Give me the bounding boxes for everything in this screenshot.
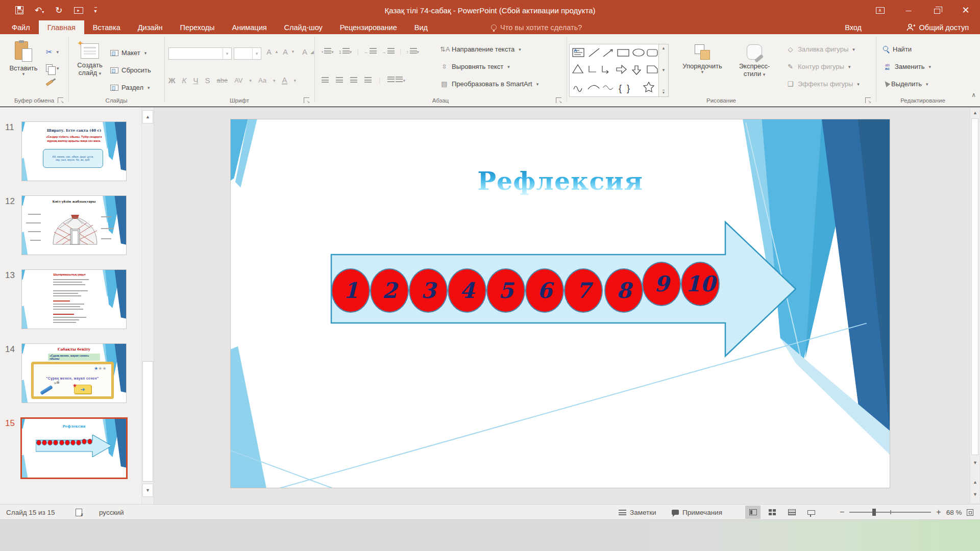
grow-font-button[interactable]: А▲ <box>266 47 279 56</box>
tellme-box[interactable]: Что вы хотите сделать? <box>491 20 582 34</box>
select-button[interactable]: Выделить▾ <box>883 80 928 88</box>
shapes-gallery[interactable]: A { } <box>569 44 659 97</box>
ribbon-tab[interactable]: Вид <box>406 20 436 34</box>
ribbon-tab[interactable]: Слайд-шоу <box>276 20 331 34</box>
restore-button[interactable] <box>923 0 951 20</box>
canvas-scrollbar-thumb[interactable] <box>971 118 978 455</box>
reflection-number-circle[interactable]: 10 <box>681 262 720 306</box>
scroll-down-icon[interactable]: ▼ <box>142 484 153 497</box>
shape-effects-button[interactable]: ❑Эффекты фигуры▾ <box>786 80 860 88</box>
bullets-button[interactable]: •▾ <box>322 47 334 55</box>
ribbon-tab[interactable]: Дизайн <box>129 20 172 34</box>
character-spacing-button[interactable]: AV <box>234 77 242 84</box>
reflection-number-circle[interactable]: 2 <box>370 268 409 313</box>
ribbon-tab[interactable]: Рецензирование <box>331 20 406 34</box>
slide-thumbnail-15-selected[interactable]: Рефлексия <box>20 417 128 479</box>
reset-button[interactable]: Сбросить <box>110 66 151 74</box>
change-case-button[interactable]: Aa <box>258 77 266 84</box>
fit-to-window-icon[interactable] <box>967 509 973 516</box>
italic-button[interactable]: К <box>182 76 187 85</box>
scroll-up-icon[interactable]: ▲ <box>142 110 153 123</box>
align-text-button[interactable]: ⇳Выровнять текст▾ <box>440 63 510 70</box>
panel-scrollbar-thumb[interactable] <box>142 361 153 482</box>
numbering-button[interactable]: 1▾ <box>339 47 352 55</box>
underline-button[interactable]: Ч <box>193 76 198 85</box>
reflection-number-circle[interactable]: 7 <box>564 268 603 313</box>
shapes-gallery-scroll[interactable]: ▲▼▾ <box>659 44 669 97</box>
share-button[interactable]: Общий доступ <box>906 20 969 34</box>
canvas-scrollbar[interactable]: ▲ ▼ ▲ ▼ <box>970 108 979 503</box>
font-dialog-launcher[interactable] <box>304 97 309 103</box>
slide-thumbnail-13[interactable]: Шығармашылық уақыт <box>21 269 127 329</box>
language-status[interactable]: русский <box>99 505 124 520</box>
text-shadow-button[interactable]: S <box>205 76 210 85</box>
text-direction-button[interactable]: ⇅AНаправление текста▾ <box>440 45 521 53</box>
paragraph-dialog-launcher[interactable] <box>556 97 561 103</box>
shrink-font-button[interactable]: А▼ <box>283 47 295 56</box>
convert-smartart-button[interactable]: ▤Преобразовать в SmartArt▾ <box>440 80 538 88</box>
comments-button[interactable]: Примечания <box>672 505 722 520</box>
replace-button[interactable]: abacЗаменить▾ <box>883 63 931 70</box>
new-slide-button[interactable]: Создатьслайд ▾ <box>74 40 106 77</box>
bold-button[interactable]: Ж <box>168 76 176 85</box>
sign-in-link[interactable]: Вход <box>845 20 862 34</box>
reflection-number-circle[interactable]: 9 <box>642 262 681 306</box>
strikethrough-button[interactable]: abe <box>216 77 228 84</box>
columns-button[interactable]: ▾ <box>387 76 405 84</box>
clipboard-dialog-launcher[interactable] <box>58 97 63 103</box>
slide-counter[interactable]: Слайд 15 из 15 <box>6 505 55 520</box>
zoom-slider[interactable] <box>849 512 931 513</box>
align-center-button[interactable] <box>336 77 343 83</box>
layout-button[interactable]: Макет▾ <box>110 49 146 57</box>
reflection-number-circle[interactable]: 4 <box>448 268 486 313</box>
slide-thumbnail-11[interactable]: Ширату. Есте сақта (40 с) «Сөздер тізбег… <box>21 121 127 181</box>
canvas-scroll-down-icon[interactable]: ▼ <box>970 460 980 465</box>
previous-slide-icon[interactable]: ▲ <box>970 480 980 485</box>
clear-formatting-button[interactable]: А◢ <box>302 47 314 56</box>
align-right-button[interactable] <box>350 77 357 83</box>
drawing-dialog-launcher[interactable] <box>865 97 871 103</box>
close-button[interactable]: ✕ <box>951 0 980 20</box>
paste-button[interactable]: Вставить▾ <box>7 40 40 76</box>
slide-sorter-view-button[interactable] <box>765 506 780 519</box>
shape-outline-button[interactable]: ✎Контур фигуры▾ <box>786 63 850 70</box>
spellcheck-icon[interactable] <box>76 505 82 520</box>
font-color-button[interactable]: А <box>282 77 287 85</box>
reflection-number-circle[interactable]: 8 <box>604 268 643 313</box>
next-slide-icon[interactable]: ▼ <box>970 492 980 497</box>
format-painter-button[interactable] <box>46 82 53 84</box>
reflection-number-circle[interactable]: 5 <box>486 268 525 313</box>
slide-canvas[interactable]: Рефлексия 12345678910 <box>230 119 890 488</box>
canvas-scroll-up-icon[interactable]: ▲ <box>970 110 980 115</box>
zoom-out-button[interactable]: − <box>840 508 844 517</box>
slide-thumbnail-14[interactable]: Сабақты бекіту «Сұрақ менен, жауап сенен… <box>21 343 127 403</box>
arrange-button[interactable]: Упорядочить▾ <box>677 40 728 74</box>
panel-scrollbar[interactable]: ▲ ▼ <box>141 107 154 504</box>
ribbon-tab[interactable]: Главная <box>39 20 84 34</box>
minimize-button[interactable]: ─ <box>894 0 923 20</box>
normal-view-button[interactable] <box>745 506 761 519</box>
quick-styles-button[interactable]: Экспресс-стили ▾ <box>733 40 776 78</box>
copy-button[interactable]: ▾ <box>46 64 59 72</box>
line-spacing-button[interactable]: ↕▾ <box>406 47 419 55</box>
slideshow-view-button[interactable] <box>803 506 819 519</box>
decrease-indent-button[interactable]: ← <box>364 47 377 55</box>
ribbon-tab[interactable]: Вставка <box>84 20 129 34</box>
collapse-ribbon-icon[interactable]: ∧ <box>971 91 976 98</box>
section-button[interactable]: Раздел▾ <box>110 84 150 91</box>
reflection-number-circle[interactable]: 1 <box>331 268 370 313</box>
slide-thumbnail-12[interactable]: Киіз үйдің жабдықтары <box>21 195 127 255</box>
font-name-combo[interactable]: ▾ <box>168 47 232 60</box>
ribbon-tab[interactable]: Файл <box>3 20 39 34</box>
reflection-number-circle[interactable]: 3 <box>409 268 448 313</box>
cut-button[interactable]: ✂▾ <box>46 47 59 57</box>
ribbon-tab[interactable]: Анимация <box>224 20 276 34</box>
align-left-button[interactable] <box>322 77 329 83</box>
find-button[interactable]: Найти <box>883 45 912 53</box>
zoom-in-button[interactable]: + <box>936 508 941 517</box>
reading-view-button[interactable] <box>784 506 799 519</box>
notes-button[interactable]: Заметки <box>619 505 656 520</box>
increase-indent-button[interactable]: → <box>382 47 395 55</box>
justify-button[interactable] <box>364 77 372 83</box>
ribbon-tab[interactable]: Переходы <box>172 20 224 34</box>
